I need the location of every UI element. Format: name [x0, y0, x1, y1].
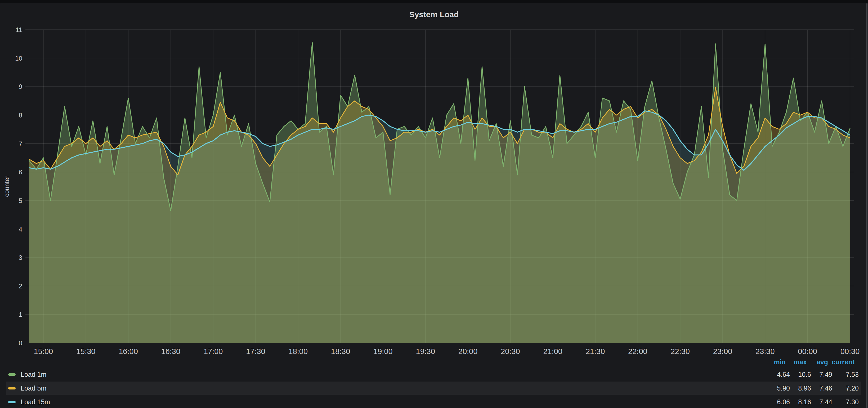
y-axis-tick-label: 8	[19, 112, 22, 119]
legend-stat-current: 7.53	[846, 368, 859, 381]
y-axis-tick-label: 0	[19, 339, 22, 347]
x-axis-tick-label: 22:30	[671, 347, 690, 355]
legend-sort-min[interactable]: min	[774, 358, 786, 366]
y-axis-tick-label: 3	[19, 254, 22, 261]
x-axis-tick-label: 16:30	[161, 347, 181, 355]
legend-stat-max: 10.6	[798, 368, 811, 381]
x-axis-tick-label: 19:30	[416, 347, 435, 355]
legend-stat-current: 7.20	[846, 381, 859, 395]
legend-sort-max[interactable]: max	[794, 358, 807, 366]
y-axis-tick-label: 5	[19, 197, 22, 204]
x-axis-tick-label: 20:00	[458, 347, 478, 355]
legend-stat-avg: 7.49	[819, 368, 832, 381]
x-axis-tick-label: 23:00	[713, 347, 733, 355]
legend-sort-avg[interactable]: avg	[817, 358, 828, 366]
legend-sort-current[interactable]: current	[832, 358, 855, 366]
legend-stat-avg: 7.44	[819, 395, 832, 408]
legend-stat-max: 8.96	[798, 381, 811, 395]
legend-swatch-icon[interactable]	[8, 401, 16, 403]
grafana-graph-panel-page: System Load 0123456789101115:0015:3016:0…	[0, 0, 868, 408]
x-axis-tick-label: 20:30	[501, 347, 520, 355]
x-axis-tick-label: 00:30	[840, 347, 860, 355]
x-axis-tick-label: 15:30	[76, 347, 96, 355]
legend-row-load-1m: Load 1m4.6410.67.497.53	[6, 368, 861, 381]
y-axis-tick-label: 4	[19, 226, 22, 233]
y-axis-tick-label: 10	[15, 55, 22, 62]
legend-stat-max: 8.16	[798, 395, 811, 408]
legend-row-load-5m: Load 5m5.908.967.467.20	[6, 381, 861, 395]
y-axis-tick-label: 2	[19, 282, 22, 290]
y-axis-title: counter	[3, 176, 10, 197]
x-axis-tick-label: 22:00	[628, 347, 647, 355]
legend-stat-min: 6.06	[777, 395, 790, 408]
y-axis-tick-label: 7	[19, 140, 22, 147]
x-axis-tick-label: 23:30	[755, 347, 775, 355]
x-axis-tick-label: 17:30	[246, 347, 265, 355]
legend-stats-header: minmaxavgcurrent	[0, 358, 868, 366]
x-axis-tick-label: 18:30	[331, 347, 350, 355]
x-axis-tick-label: 21:30	[586, 347, 605, 355]
legend-series-label[interactable]: Load 5m	[21, 381, 46, 395]
legend-stat-avg: 7.46	[819, 381, 832, 395]
legend-series-label[interactable]: Load 1m	[21, 368, 46, 381]
y-axis-tick-label: 9	[19, 83, 22, 90]
x-axis-tick-label: 17:00	[204, 347, 223, 355]
legend-stat-current: 7.30	[846, 395, 859, 408]
x-axis-tick-label: 00:00	[798, 347, 817, 355]
legend-stat-min: 5.90	[777, 381, 790, 395]
legend-swatch-icon[interactable]	[8, 387, 16, 389]
y-axis-tick-label: 6	[19, 169, 22, 176]
x-axis-tick-label: 15:00	[34, 347, 53, 355]
x-axis-tick-label: 18:00	[289, 347, 308, 355]
legend-stat-min: 4.64	[777, 368, 790, 381]
legend-row-load-15m: Load 15m6.068.167.447.30	[6, 395, 861, 408]
y-axis-tick-label: 1	[19, 311, 22, 318]
time-series-chart[interactable]: 0123456789101115:0015:3016:0016:3017:001…	[0, 0, 868, 360]
x-axis-tick-label: 21:00	[543, 347, 562, 355]
x-axis-tick-label: 16:00	[119, 347, 138, 355]
legend-series-label[interactable]: Load 15m	[21, 395, 50, 408]
y-axis-tick-label: 11	[16, 26, 22, 33]
legend-swatch-icon[interactable]	[8, 373, 16, 376]
scrollbar[interactable]	[866, 3, 867, 408]
x-axis-tick-label: 19:00	[373, 347, 393, 355]
